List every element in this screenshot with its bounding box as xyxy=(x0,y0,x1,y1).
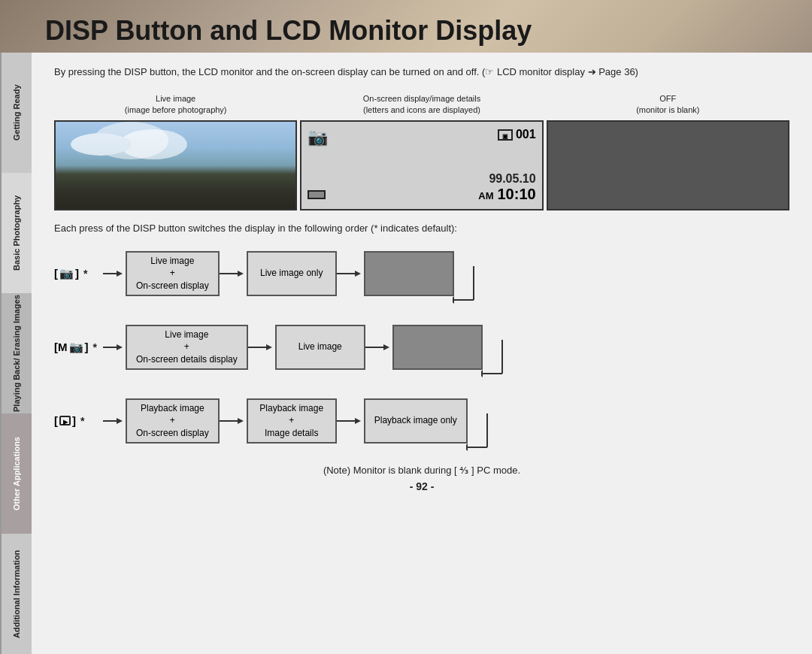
frame-icon: ▣ xyxy=(498,129,513,141)
arrow-manual-2-3 xyxy=(365,340,392,355)
sequence-manual: Live image+On-screen details display Liv… xyxy=(103,317,789,377)
switch-intro-text: Each press of the DISP button switches t… xyxy=(54,221,789,236)
page-title: DISP Button and LCD Monitor Display xyxy=(45,15,532,47)
svg-marker-26 xyxy=(466,444,468,451)
seq-box-camera-1: Live image+On-screen display xyxy=(126,251,220,296)
display-label-live: Live image(image before photography) xyxy=(125,93,227,117)
bottom-note: (Note) Monitor is blank during [ ⁴⁄₃ ] P… xyxy=(54,465,789,476)
mode-label-playback: [ ▶ ] * xyxy=(54,414,103,427)
display-item-overlay: On-screen display/image details(letters … xyxy=(300,93,543,211)
page-header: DISP Button and LCD Monitor Display xyxy=(0,0,812,53)
mode-label-camera: [ 📷 ] * xyxy=(54,267,103,280)
overlay-content: 📷 ▣ 001 99.05.10 AM 10:10 xyxy=(301,122,541,209)
svg-marker-14 xyxy=(383,344,389,350)
overlay-top: 📷 ▣ 001 xyxy=(308,128,535,147)
mode-row-camera: [ 📷 ] * Live image+On-screen display Liv… xyxy=(54,244,789,304)
time-display: AM 10:10 xyxy=(478,186,535,203)
camera-mode-icon: 📷 xyxy=(59,267,74,280)
monitor-screen-off xyxy=(547,120,789,210)
svg-marker-12 xyxy=(266,344,272,350)
sequence-playback: Playback image+On-screen display Playbac… xyxy=(103,391,789,451)
seq-box-camera-2: Live image only xyxy=(247,251,337,296)
date-text: 99.05.10 xyxy=(308,172,535,186)
svg-marker-5 xyxy=(355,271,361,277)
playback-icon: ▶ xyxy=(59,416,71,425)
asterisk-playback: * xyxy=(80,415,84,427)
return-arrow-camera xyxy=(453,244,475,304)
seq-box-manual-2: Live image xyxy=(275,325,365,370)
display-item-off: OFF(monitor is blank) xyxy=(547,93,789,211)
svg-marker-19 xyxy=(117,418,123,424)
frame-count-value: 001 xyxy=(516,128,536,141)
monitor-screen-overlay: 📷 ▣ 001 99.05.10 AM 10:10 xyxy=(300,120,543,210)
svg-marker-23 xyxy=(355,418,361,424)
seq-box-manual-1: Live image+On-screen details display xyxy=(126,325,248,370)
arrow-manual-1-2 xyxy=(248,340,275,355)
entry-arrow-manual xyxy=(103,340,126,355)
display-label-off: OFF(monitor is blank) xyxy=(636,93,699,117)
arrow-camera-1-2 xyxy=(220,266,247,281)
seq-box-manual-dark xyxy=(392,325,483,370)
time-value: 10:10 xyxy=(498,186,536,202)
display-section: Live image(image before photography) On-… xyxy=(54,93,789,211)
sidebar-tab-other-applications[interactable]: Other Applications xyxy=(0,413,32,534)
monitor-screen-live xyxy=(54,120,297,210)
sidebar-tab-playing-back[interactable]: Playing Back/ Erasing Images xyxy=(0,293,32,413)
sequence-camera: Live image+On-screen display Live image … xyxy=(103,244,789,304)
svg-marker-1 xyxy=(117,271,123,277)
svg-marker-8 xyxy=(453,296,454,304)
dark-screen xyxy=(548,122,788,209)
sidebar-tab-basic-photography[interactable]: Basic Photography xyxy=(0,173,32,293)
asterisk-manual: * xyxy=(93,341,97,353)
date-display: 99.05.10 AM 10:10 xyxy=(308,172,535,203)
mode-label-manual: [M 📷 ] * xyxy=(54,341,103,354)
main-content: By pressing the DISP button, the LCD mon… xyxy=(32,53,812,654)
entry-arrow-playback xyxy=(103,413,126,428)
camera-icon: 📷 xyxy=(308,128,328,147)
svg-marker-3 xyxy=(238,271,244,277)
manual-camera-icon: 📷 xyxy=(69,341,83,354)
spacer xyxy=(308,147,535,172)
seq-box-playback-2: Playback image+Image details xyxy=(247,398,337,444)
landscape-image xyxy=(56,122,295,209)
return-arrow-manual xyxy=(481,317,504,377)
battery-icon xyxy=(308,190,326,199)
mode-row-manual: [M 📷 ] * Live image+On-screen details di… xyxy=(54,317,789,377)
return-arrow-playback xyxy=(466,391,489,451)
seq-box-camera-dark xyxy=(364,251,454,296)
intro-text: By pressing the DISP button, the LCD mon… xyxy=(54,65,789,80)
seq-box-playback-3: Playback image only xyxy=(364,398,468,444)
svg-marker-10 xyxy=(117,344,123,350)
svg-marker-17 xyxy=(481,370,483,377)
mode-row-playback: [ ▶ ] * Playback image+On-screen display… xyxy=(54,391,789,451)
svg-marker-21 xyxy=(238,418,244,424)
entry-arrow-camera xyxy=(103,266,126,281)
display-item-live: Live image(image before photography) xyxy=(54,93,297,211)
page-number: - 92 - xyxy=(54,480,789,492)
asterisk-camera: * xyxy=(83,268,87,280)
sidebar-tab-additional-info[interactable]: Additional Information xyxy=(0,534,32,654)
seq-box-playback-1: Playback image+On-screen display xyxy=(126,398,220,444)
arrow-playback-2-3 xyxy=(337,413,364,428)
time-row: AM 10:10 xyxy=(308,186,535,203)
sidebar: Getting Ready Basic Photography Playing … xyxy=(0,53,32,654)
arrow-playback-1-2 xyxy=(220,413,247,428)
frame-count-display: ▣ 001 xyxy=(498,128,536,141)
am-label: AM xyxy=(478,190,493,201)
sidebar-tab-getting-ready[interactable]: Getting Ready xyxy=(0,53,32,173)
arrow-camera-2-3 xyxy=(337,266,364,281)
display-label-overlay: On-screen display/image details(letters … xyxy=(363,93,481,117)
